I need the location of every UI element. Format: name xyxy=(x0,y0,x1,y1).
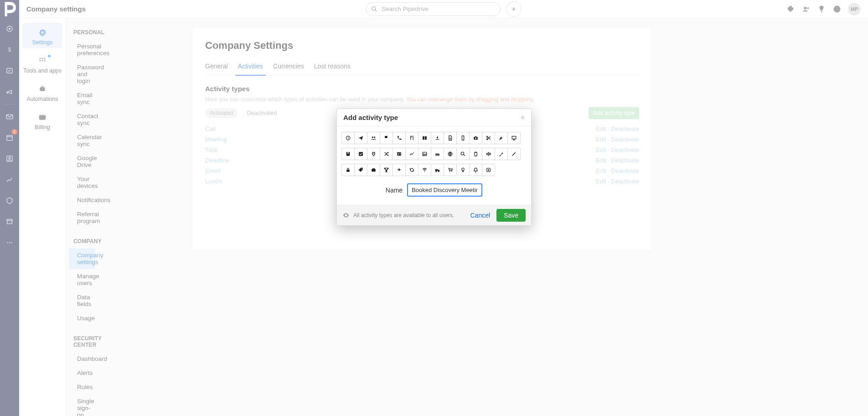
phone-icon[interactable] xyxy=(393,132,406,144)
check-box-icon[interactable] xyxy=(354,148,367,160)
svg-point-33 xyxy=(486,139,488,140)
svg-point-54 xyxy=(451,171,452,172)
bulb-icon[interactable] xyxy=(456,164,470,176)
modal-footer: All activity types are available to all … xyxy=(337,205,531,225)
svg-rect-31 xyxy=(475,136,476,137)
modal-info-text: All activity types are available to all … xyxy=(353,212,454,218)
shuffle-icon[interactable] xyxy=(380,148,393,160)
down-tray-icon[interactable] xyxy=(431,132,444,144)
icon-picker xyxy=(341,132,527,176)
airplane-icon[interactable] xyxy=(393,164,406,176)
svg-rect-56 xyxy=(488,169,489,171)
car-icon[interactable] xyxy=(431,148,444,160)
bookmark-box-icon[interactable] xyxy=(341,148,355,160)
svg-rect-44 xyxy=(475,152,477,156)
svg-point-47 xyxy=(362,169,362,170)
activity-name-input[interactable] xyxy=(407,183,482,197)
loop-icon[interactable] xyxy=(405,164,418,176)
svg-point-32 xyxy=(486,136,488,137)
svg-point-28 xyxy=(463,139,463,140)
bell-icon[interactable] xyxy=(469,164,482,176)
svg-rect-41 xyxy=(435,155,439,156)
add-activity-type-modal: Add activity type × Name All activity ty… xyxy=(336,109,532,226)
svg-rect-46 xyxy=(346,170,350,172)
camera-icon[interactable] xyxy=(469,132,482,144)
briefcase-icon[interactable] xyxy=(367,164,380,176)
eye-icon xyxy=(342,212,350,219)
flag-icon[interactable] xyxy=(380,132,393,144)
svg-point-26 xyxy=(374,136,375,138)
truck-icon[interactable] xyxy=(431,164,444,176)
globe-icon[interactable] xyxy=(444,148,457,160)
search-icon[interactable] xyxy=(456,148,470,160)
address-card-icon[interactable] xyxy=(393,148,406,160)
clock-icon[interactable] xyxy=(341,132,355,144)
svg-point-25 xyxy=(372,136,373,138)
plug-socket-icon[interactable] xyxy=(367,148,380,160)
svg-rect-45 xyxy=(475,152,476,153)
svg-point-30 xyxy=(475,137,476,139)
people-icon[interactable] xyxy=(367,132,380,144)
name-field-label: Name xyxy=(386,187,403,194)
sound-icon[interactable] xyxy=(482,148,495,160)
svg-point-43 xyxy=(461,152,464,155)
modal-close-button[interactable]: × xyxy=(521,114,525,121)
svg-point-53 xyxy=(450,171,450,172)
save-button[interactable]: Save xyxy=(496,209,526,222)
presentation-icon[interactable] xyxy=(507,132,521,144)
smartphone-icon[interactable] xyxy=(456,132,470,144)
svg-point-49 xyxy=(424,171,425,172)
cancel-button[interactable]: Cancel xyxy=(470,212,490,219)
trend-icon[interactable] xyxy=(405,148,418,160)
svg-rect-50 xyxy=(435,169,438,171)
tag-icon[interactable] xyxy=(354,164,367,176)
wifi-icon[interactable] xyxy=(418,164,431,176)
book-icon[interactable] xyxy=(418,132,431,144)
svg-point-52 xyxy=(438,171,439,172)
modal-title: Add activity type xyxy=(343,114,398,121)
svg-point-38 xyxy=(398,153,399,154)
svg-point-51 xyxy=(436,171,437,172)
scissors-icon[interactable] xyxy=(482,132,495,144)
calendar-box-icon[interactable] xyxy=(482,164,495,176)
clipboard-icon[interactable] xyxy=(469,148,482,160)
wrench-icon[interactable] xyxy=(495,132,508,144)
svg-rect-34 xyxy=(512,136,516,139)
brush-icon[interactable] xyxy=(495,148,508,160)
pen-icon[interactable] xyxy=(507,148,521,160)
plane-send-icon[interactable] xyxy=(354,132,367,144)
trophy-icon[interactable] xyxy=(380,164,393,176)
document-icon[interactable] xyxy=(444,132,457,144)
image-icon[interactable] xyxy=(418,148,431,160)
utensils-icon[interactable] xyxy=(405,132,418,144)
svg-rect-48 xyxy=(372,169,376,172)
cart-icon[interactable] xyxy=(444,164,457,176)
svg-rect-36 xyxy=(359,152,363,156)
svg-point-40 xyxy=(424,153,424,154)
modal-header: Add activity type × xyxy=(337,109,531,126)
lock-icon[interactable] xyxy=(341,164,355,176)
